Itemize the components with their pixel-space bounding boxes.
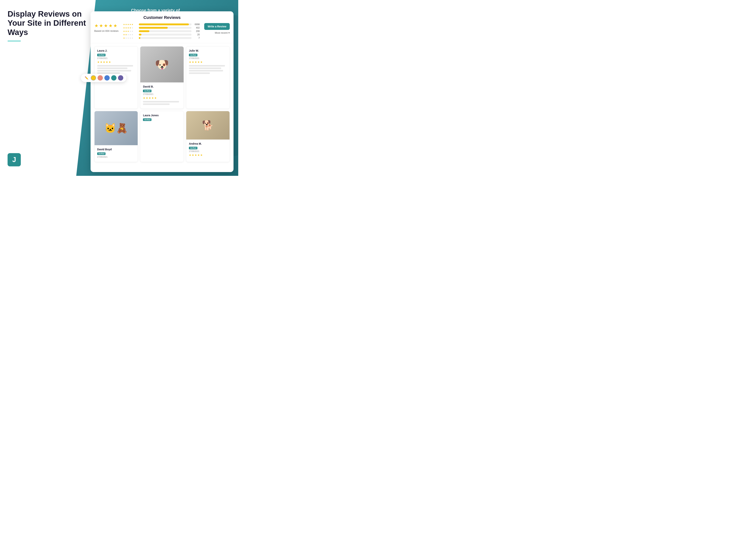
j-logo: J [7,153,21,166]
count-3: 200 [193,30,200,33]
verified-badge-davidboyd: Verified [97,153,106,155]
customize-text: Customize and tailor it to your theme st… [7,114,60,134]
text-line [189,67,221,69]
count-1: 7 [193,37,200,39]
rating-row-2: ★ ★ ★ ★ ★ 20 [123,33,200,36]
review-card-julie: Julie W. Verified 27/09/2021 ★ ★ ★ ★ ★ [186,46,230,109]
widget-card: Customer Reviews ★ ★ ★ ★ ★ Based on 834 … [91,11,234,172]
summary-left: ★ ★ ★ ★ ★ Based on 834 reviews [94,23,119,32]
color-picker-pill: ✏️ [81,74,126,82]
review-body-laurajones: Laura Jones Verified [140,111,184,124]
summary-right: Write a Review Most recent ▾ [204,23,230,34]
review-stars-laura: ★ ★ ★ ★ ★ [97,60,135,63]
rating-stars-1: ★ ★ ★ ★ ★ [123,37,137,39]
review-body-laura: Laura J. Verified 27/09/2021 ★ ★ ★ ★ ★ [95,46,138,78]
sort-label: Most recent [215,32,228,34]
verified-badge-andrea: Verified [189,147,197,149]
review-date-laura: 27/09/2021 [97,57,135,59]
verified-badge-julie: Verified [189,54,197,56]
bar-4 [139,27,192,29]
big-star-3: ★ [104,23,108,28]
color-swatch-yellow[interactable] [91,75,96,81]
verified-badge-davidb: Verified [143,89,152,92]
rating-stars-2: ★ ★ ★ ★ ★ [123,34,137,36]
cat-bear-image: 🐱🧸 [95,111,138,145]
review-body-andrea: Andrea M. Verified 27/09/2021 ★ ★ ★ ★ ★ [186,140,230,161]
dog-denim-image: 🐕 [186,111,230,140]
bar-3 [139,30,192,32]
big-star-5: ★ [113,23,117,28]
big-star-2: ★ [99,23,103,28]
reviewer-name-davidb: David B. [143,85,181,88]
color-swatch-red[interactable] [98,75,103,81]
chevron-down-icon: ▾ [229,32,230,34]
review-card-davidboyd: 🐱🧸 David Boyd Verified 27/09/2021 [94,111,138,162]
reviews-grid: Laura J. Verified 27/09/2021 ★ ★ ★ ★ ★ 🐶 [91,43,234,165]
rating-bars: ★ ★ ★ ★ ★ 6998 ★ ★ ★ ★ ★ [123,23,200,40]
big-star-1: ★ [94,23,99,28]
widget-header: Customer Reviews [91,11,234,20]
text-line [143,103,170,105]
text-line [97,65,133,66]
review-body-julie: Julie W. Verified 27/09/2021 ★ ★ ★ ★ ★ [186,46,230,78]
text-line [97,70,132,72]
bar-2 [139,34,192,36]
bar-1 [139,37,192,39]
rating-row-4: ★ ★ ★ ★ ★ 402 [123,26,200,29]
color-swatch-purple[interactable] [118,75,123,81]
bar-5 [139,23,192,25]
widget-title: Customer Reviews [95,15,229,20]
review-date-davidb: 27/09/2021 [143,93,181,95]
puppy-image: 🐶 [140,46,184,82]
reviewer-name-laura: Laura J. [97,49,135,52]
review-date-julie: 27/09/2021 [189,57,227,59]
text-line [189,65,225,66]
write-review-button[interactable]: Write a Review [204,23,230,30]
review-card-laurajones: Laura Jones Verified [140,111,184,162]
review-stars-davidb: ★ ★ ★ ★ ★ [143,96,181,99]
text-line [189,70,223,72]
widget-summary: ★ ★ ★ ★ ★ Based on 834 reviews ★ ★ ★ ★ ★ [91,23,234,43]
sort-row[interactable]: Most recent ▾ [215,32,230,34]
review-date-andrea: 27/09/2021 [189,150,227,153]
big-star-4: ★ [108,23,113,28]
rating-row-3: ★ ★ ★ ★ ★ 200 [123,30,200,33]
text-line [97,67,127,69]
review-stars-andrea: ★ ★ ★ ★ ★ [189,154,227,157]
based-on: Based on 834 reviews [94,29,119,32]
reviewer-name-davidboyd: David Boyd [97,148,135,151]
review-stars-julie: ★ ★ ★ ★ ★ [189,60,227,63]
count-4: 402 [193,26,200,29]
reviewer-name-laurajones: Laura Jones [143,114,181,117]
review-body-davidboyd: David Boyd Verified 27/09/2021 [95,145,138,162]
review-card-puppy: 🐶 David B. Verified 27/09/2021 ★ ★ ★ ★ ★ [140,46,184,109]
verified-badge-laura: Verified [97,54,106,56]
rating-stars-4: ★ ★ ★ ★ ★ [123,27,137,29]
rating-row-5: ★ ★ ★ ★ ★ 6998 [123,23,200,26]
main-title: Display Reviews on Your Site in Differen… [7,9,93,37]
text-line [189,73,210,74]
accent-line [7,41,21,41]
reviewer-name-andrea: Andrea M. [189,142,227,145]
review-date-davidboyd: 27/09/2021 [97,156,135,158]
reviewer-name-julie: Julie W. [189,49,227,52]
color-swatch-blue[interactable] [104,75,110,81]
big-stars: ★ ★ ★ ★ ★ [94,23,119,28]
text-line [143,101,179,102]
color-swatch-teal[interactable] [111,75,117,81]
rating-stars-5: ★ ★ ★ ★ ★ [123,23,137,26]
rating-stars-3: ★ ★ ★ ★ ★ [123,30,137,33]
verified-badge-laurajones: Verified [143,118,152,121]
review-body-davidb: David B. Verified 27/09/2021 ★ ★ ★ ★ ★ [140,82,184,108]
count-2: 20 [193,33,200,36]
count-5: 6998 [193,23,200,26]
paint-icon: ✏️ [84,75,89,81]
review-card-andrea: 🐕 Andrea M. Verified 27/09/2021 ★ ★ ★ ★ … [186,111,230,162]
rating-row-1: ★ ★ ★ ★ ★ 7 [123,37,200,39]
